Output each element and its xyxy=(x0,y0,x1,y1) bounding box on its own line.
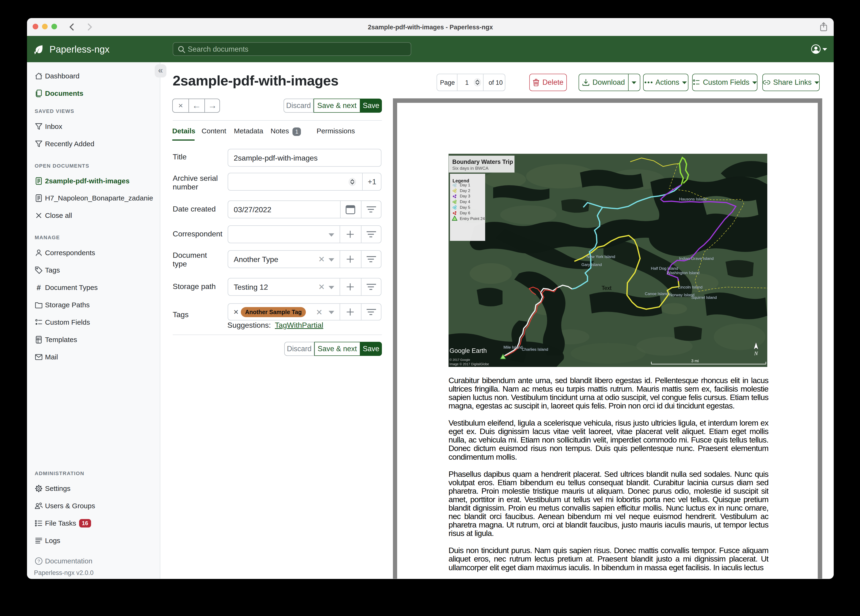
svg-text:Six days in BWCA: Six days in BWCA xyxy=(452,166,488,171)
svg-text:Gary Island: Gary Island xyxy=(581,262,602,267)
svg-text:Washington Island: Washington Island xyxy=(667,271,700,275)
svg-text:Text: Text xyxy=(601,285,612,291)
svg-text:Norway Island: Norway Island xyxy=(669,293,695,297)
svg-text:Half Dog Island: Half Dog Island xyxy=(651,266,678,271)
svg-text:Image © 2017 DigitalGlobe: Image © 2017 DigitalGlobe xyxy=(449,362,489,366)
svg-text:?: ? xyxy=(38,559,40,564)
svg-text:Day 2: Day 2 xyxy=(460,188,470,193)
svg-text:Day 4: Day 4 xyxy=(460,200,470,204)
svg-text:Day 6: Day 6 xyxy=(460,211,470,215)
svg-text:Boundary Waters Trip: Boundary Waters Trip xyxy=(452,159,513,165)
svg-text:Canoe Island: Canoe Island xyxy=(645,292,668,296)
svg-text:N: N xyxy=(754,350,758,356)
svg-text:Squirrel Island: Squirrel Island xyxy=(691,295,717,300)
svg-text:New York Island: New York Island xyxy=(587,255,615,259)
svg-text:Day 1: Day 1 xyxy=(460,183,470,187)
svg-text:Legend: Legend xyxy=(452,178,469,183)
svg-text:Google Earth: Google Earth xyxy=(449,347,487,354)
svg-text:© 2017 Google: © 2017 Google xyxy=(449,358,470,361)
svg-text:Entry Point 24: Entry Point 24 xyxy=(460,216,485,221)
svg-text:Day 5: Day 5 xyxy=(460,205,470,210)
svg-text:Lincoln Island: Lincoln Island xyxy=(678,285,703,289)
svg-text:3 mi: 3 mi xyxy=(691,359,699,363)
svg-text:Charlies Island: Charlies Island xyxy=(522,347,548,352)
svg-text:Indian Grave Island: Indian Grave Island xyxy=(679,256,714,261)
svg-text:Mile Island: Mile Island xyxy=(504,345,523,350)
svg-text:Day 3: Day 3 xyxy=(460,194,470,198)
svg-text:Hausons Island: Hausons Island xyxy=(679,197,706,201)
